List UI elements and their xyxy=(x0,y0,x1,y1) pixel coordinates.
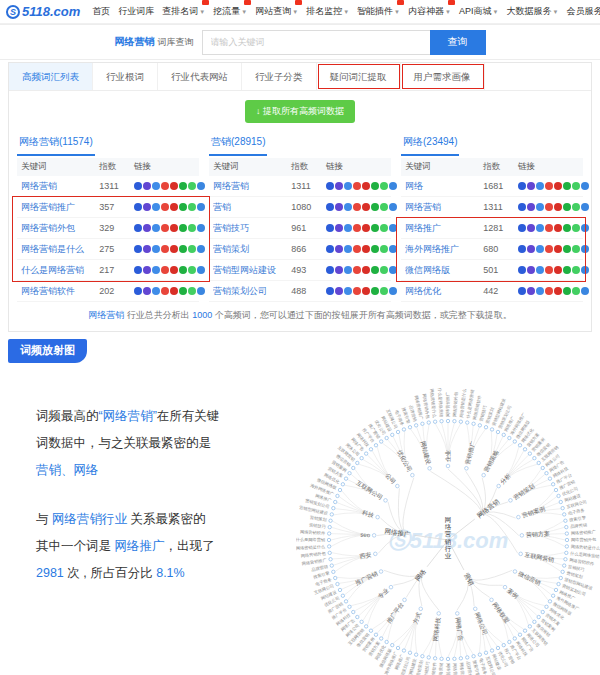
branch-node[interactable] xyxy=(503,585,507,589)
platform-link-icon[interactable] xyxy=(161,245,169,253)
branch-node[interactable] xyxy=(376,515,380,519)
leaf-node[interactable] xyxy=(338,588,341,591)
leaf-node[interactable] xyxy=(344,600,347,603)
nav-item[interactable]: 内容神器▼ xyxy=(405,2,454,21)
leaf-node[interactable] xyxy=(446,419,449,422)
platform-link-icon[interactable] xyxy=(179,224,187,232)
leaf-node[interactable] xyxy=(453,657,456,660)
platform-link-icon[interactable] xyxy=(179,203,187,211)
platform-link-icon[interactable] xyxy=(197,203,205,211)
site-logo[interactable]: S 5118.com xyxy=(6,4,80,19)
leaf-node[interactable] xyxy=(472,655,475,658)
platform-link-icon[interactable] xyxy=(572,224,580,232)
leaf-node[interactable] xyxy=(496,646,499,649)
branch-node[interactable] xyxy=(428,467,432,471)
keyword-link[interactable]: 网络营销外包 xyxy=(21,222,99,235)
platform-link-icon[interactable] xyxy=(143,203,151,211)
leaf-node[interactable] xyxy=(408,426,411,429)
leaf-node[interactable] xyxy=(391,433,394,436)
platform-link-icon[interactable] xyxy=(563,245,571,253)
platform-link-icon[interactable] xyxy=(371,266,379,274)
branch-node[interactable] xyxy=(455,612,459,616)
platform-link-icon[interactable] xyxy=(161,182,169,190)
platform-link-icon[interactable] xyxy=(179,287,187,295)
platform-link-icon[interactable] xyxy=(581,224,589,232)
platform-link-icon[interactable] xyxy=(344,182,352,190)
branch-node[interactable] xyxy=(517,515,521,519)
search-input[interactable] xyxy=(202,30,430,55)
platform-link-icon[interactable] xyxy=(389,182,397,190)
platform-link-icon[interactable] xyxy=(380,245,388,253)
leaf-node[interactable] xyxy=(433,657,436,660)
branch-node[interactable] xyxy=(411,473,415,477)
platform-link-icon[interactable] xyxy=(170,245,178,253)
platform-link-icon[interactable] xyxy=(353,266,361,274)
platform-link-icon[interactable] xyxy=(362,203,370,211)
leaf-node[interactable] xyxy=(548,477,551,480)
nav-item[interactable]: 大数据服务▼ xyxy=(503,2,561,21)
tab[interactable]: 行业代表网站 xyxy=(158,63,242,90)
nav-item[interactable]: 会员服务▼ xyxy=(563,2,600,21)
leaf-node[interactable] xyxy=(336,582,339,585)
panel-title[interactable]: 网络(23494) xyxy=(401,131,459,156)
leaf-node[interactable] xyxy=(528,625,531,628)
leaf-node[interactable] xyxy=(548,600,551,603)
platform-link-icon[interactable] xyxy=(134,224,142,232)
platform-link-icon[interactable] xyxy=(389,245,397,253)
branch-node[interactable] xyxy=(437,612,441,616)
branch-node[interactable] xyxy=(509,499,513,503)
platform-link-icon[interactable] xyxy=(188,182,196,190)
leaf-node[interactable] xyxy=(554,488,557,491)
leaf-node[interactable] xyxy=(360,456,363,459)
branch-node[interactable] xyxy=(389,585,393,589)
branch-node[interactable] xyxy=(384,499,388,503)
platform-link-icon[interactable] xyxy=(389,287,397,295)
leaf-node[interactable] xyxy=(518,633,521,636)
keyword-link[interactable]: 网络推广 xyxy=(405,222,483,235)
platform-link-icon[interactable] xyxy=(344,224,352,232)
leaf-node[interactable] xyxy=(427,656,430,659)
leaf-node[interactable] xyxy=(330,513,333,516)
branch-node[interactable] xyxy=(419,607,423,611)
platform-link-icon[interactable] xyxy=(152,224,160,232)
platform-link-icon[interactable] xyxy=(572,203,580,211)
leaf-node[interactable] xyxy=(490,649,493,652)
leaf-node[interactable] xyxy=(561,506,564,509)
leaf-node[interactable] xyxy=(565,525,568,528)
platform-link-icon[interactable] xyxy=(170,203,178,211)
leaf-node[interactable] xyxy=(557,494,560,497)
leaf-node[interactable] xyxy=(523,629,526,632)
leaf-node[interactable] xyxy=(508,436,511,439)
platform-link-icon[interactable] xyxy=(527,287,535,295)
leaf-node[interactable] xyxy=(541,466,544,469)
leaf-node[interactable] xyxy=(472,422,475,425)
keyword-link[interactable]: 网络营销推广 xyxy=(21,201,99,214)
branch-node[interactable] xyxy=(379,570,383,574)
leaf-node[interactable] xyxy=(508,640,511,643)
leaf-node[interactable] xyxy=(551,483,554,486)
platform-link-icon[interactable] xyxy=(563,182,571,190)
leaf-node[interactable] xyxy=(541,610,544,613)
platform-link-icon[interactable] xyxy=(197,224,205,232)
platform-link-icon[interactable] xyxy=(143,287,151,295)
platform-link-icon[interactable] xyxy=(152,266,160,274)
leaf-node[interactable] xyxy=(551,594,554,597)
leaf-node[interactable] xyxy=(328,551,331,554)
leaf-node[interactable] xyxy=(533,620,536,623)
platform-link-icon[interactable] xyxy=(572,287,580,295)
leaf-node[interactable] xyxy=(528,452,531,455)
platform-link-icon[interactable] xyxy=(371,224,379,232)
leaf-node[interactable] xyxy=(402,428,405,431)
platform-link-icon[interactable] xyxy=(353,182,361,190)
leaf-node[interactable] xyxy=(385,436,388,439)
branch-node[interactable] xyxy=(446,464,450,468)
keyword-link[interactable]: 营销策划 xyxy=(213,243,291,256)
leaf-node[interactable] xyxy=(334,576,337,579)
platform-link-icon[interactable] xyxy=(380,182,388,190)
keyword-link[interactable]: 网络优化 xyxy=(405,285,483,298)
platform-link-icon[interactable] xyxy=(518,203,526,211)
keyword-link[interactable]: 网络营销 xyxy=(213,180,291,193)
platform-link-icon[interactable] xyxy=(545,287,553,295)
leaf-node[interactable] xyxy=(421,422,424,425)
leaf-node[interactable] xyxy=(453,419,456,422)
